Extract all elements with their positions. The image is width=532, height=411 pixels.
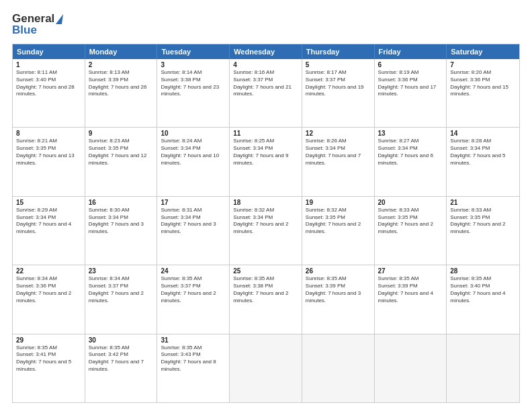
calendar-cell: 8Sunrise: 8:21 AM Sunset: 3:35 PM Daylig… [13,128,85,195]
cell-info: Sunrise: 8:11 AM Sunset: 3:40 PM Dayligh… [16,69,81,98]
cell-info: Sunrise: 8:30 AM Sunset: 3:34 PM Dayligh… [89,207,154,236]
day-number: 29 [16,336,81,344]
day-number: 3 [161,61,226,68]
cell-info: Sunrise: 8:35 AM Sunset: 3:39 PM Dayligh… [306,275,371,304]
header-day-friday: Friday [375,44,447,59]
cell-info: Sunrise: 8:33 AM Sunset: 3:35 PM Dayligh… [450,207,516,236]
calendar-cell: 17Sunrise: 8:31 AM Sunset: 3:34 PM Dayli… [157,197,230,265]
day-number: 13 [378,130,443,137]
day-number: 1 [16,61,81,68]
cell-info: Sunrise: 8:31 AM Sunset: 3:34 PM Dayligh… [161,207,226,236]
day-number: 16 [89,199,154,206]
day-number: 28 [450,267,516,275]
calendar-cell: 29Sunrise: 8:35 AM Sunset: 3:41 PM Dayli… [13,334,85,402]
cell-info: Sunrise: 8:21 AM Sunset: 3:35 PM Dayligh… [16,138,81,167]
calendar-header: SundayMondayTuesdayWednesdayThursdayFrid… [13,44,519,59]
day-number: 24 [161,267,226,275]
header-day-wednesday: Wednesday [230,44,302,59]
calendar-body: 1Sunrise: 8:11 AM Sunset: 3:40 PM Daylig… [13,59,519,402]
calendar-row: 22Sunrise: 8:34 AM Sunset: 3:36 PM Dayli… [13,265,519,333]
calendar-cell: 14Sunrise: 8:28 AM Sunset: 3:34 PM Dayli… [447,128,519,195]
calendar-cell: 27Sunrise: 8:35 AM Sunset: 3:39 PM Dayli… [375,265,447,333]
header-day-sunday: Sunday [13,44,85,59]
day-number: 21 [450,199,516,206]
header: General Blue [12,12,520,37]
calendar-cell: 5Sunrise: 8:17 AM Sunset: 3:37 PM Daylig… [302,59,375,127]
header-day-tuesday: Tuesday [157,44,230,59]
calendar-cell: 3Sunrise: 8:14 AM Sunset: 3:38 PM Daylig… [157,59,230,127]
cell-info: Sunrise: 8:35 AM Sunset: 3:42 PM Dayligh… [89,345,154,373]
logo: General Blue [12,12,62,37]
day-number: 5 [306,61,371,68]
cell-info: Sunrise: 8:29 AM Sunset: 3:34 PM Dayligh… [16,207,81,236]
calendar-cell: 12Sunrise: 8:26 AM Sunset: 3:34 PM Dayli… [302,128,375,195]
calendar-cell: 13Sunrise: 8:27 AM Sunset: 3:34 PM Dayli… [375,128,447,195]
calendar-cell: 28Sunrise: 8:35 AM Sunset: 3:40 PM Dayli… [447,265,519,333]
day-number: 31 [161,336,226,344]
calendar-cell [302,334,375,402]
day-number: 4 [233,61,298,68]
day-number: 26 [306,267,371,275]
calendar-cell: 18Sunrise: 8:32 AM Sunset: 3:34 PM Dayli… [230,197,302,265]
day-number: 10 [161,130,226,137]
calendar-cell [447,334,519,402]
cell-info: Sunrise: 8:32 AM Sunset: 3:34 PM Dayligh… [233,207,298,236]
calendar-row: 1Sunrise: 8:11 AM Sunset: 3:40 PM Daylig… [13,59,519,127]
cell-info: Sunrise: 8:35 AM Sunset: 3:41 PM Dayligh… [16,345,81,373]
calendar-cell: 26Sunrise: 8:35 AM Sunset: 3:39 PM Dayli… [302,265,375,333]
day-number: 18 [233,199,298,206]
day-number: 22 [16,267,81,275]
calendar-cell: 15Sunrise: 8:29 AM Sunset: 3:34 PM Dayli… [13,197,85,265]
calendar-cell: 10Sunrise: 8:24 AM Sunset: 3:34 PM Dayli… [157,128,230,195]
cell-info: Sunrise: 8:19 AM Sunset: 3:36 PM Dayligh… [378,69,443,98]
cell-info: Sunrise: 8:32 AM Sunset: 3:35 PM Dayligh… [306,207,371,236]
calendar-cell: 21Sunrise: 8:33 AM Sunset: 3:35 PM Dayli… [447,197,519,265]
day-number: 17 [161,199,226,206]
calendar-cell: 31Sunrise: 8:35 AM Sunset: 3:43 PM Dayli… [157,334,230,402]
calendar-cell: 7Sunrise: 8:20 AM Sunset: 3:36 PM Daylig… [447,59,519,127]
cell-info: Sunrise: 8:14 AM Sunset: 3:38 PM Dayligh… [161,69,226,98]
cell-info: Sunrise: 8:26 AM Sunset: 3:34 PM Dayligh… [306,138,371,167]
calendar-cell: 6Sunrise: 8:19 AM Sunset: 3:36 PM Daylig… [375,59,447,127]
calendar-cell: 22Sunrise: 8:34 AM Sunset: 3:36 PM Dayli… [13,265,85,333]
calendar-page: General Blue SundayMondayTuesdayWednesda… [0,0,532,411]
day-number: 27 [378,267,443,275]
cell-info: Sunrise: 8:34 AM Sunset: 3:37 PM Dayligh… [89,275,154,304]
day-number: 20 [378,199,443,206]
day-number: 25 [233,267,298,275]
cell-info: Sunrise: 8:16 AM Sunset: 3:37 PM Dayligh… [233,69,298,98]
day-number: 7 [450,61,516,68]
calendar-cell: 25Sunrise: 8:35 AM Sunset: 3:38 PM Dayli… [230,265,302,333]
cell-info: Sunrise: 8:17 AM Sunset: 3:37 PM Dayligh… [306,69,371,98]
calendar-cell: 16Sunrise: 8:30 AM Sunset: 3:34 PM Dayli… [85,197,158,265]
calendar: SundayMondayTuesdayWednesdayThursdayFrid… [12,44,520,403]
cell-info: Sunrise: 8:34 AM Sunset: 3:36 PM Dayligh… [16,275,81,304]
cell-info: Sunrise: 8:27 AM Sunset: 3:34 PM Dayligh… [378,138,443,167]
calendar-cell: 9Sunrise: 8:23 AM Sunset: 3:35 PM Daylig… [85,128,158,195]
day-number: 15 [16,199,81,206]
logo-arrow-icon [56,14,63,24]
day-number: 14 [450,130,516,137]
day-number: 30 [89,336,154,344]
cell-info: Sunrise: 8:35 AM Sunset: 3:37 PM Dayligh… [161,275,226,304]
day-number: 23 [89,267,154,275]
calendar-cell: 24Sunrise: 8:35 AM Sunset: 3:37 PM Dayli… [157,265,230,333]
cell-info: Sunrise: 8:20 AM Sunset: 3:36 PM Dayligh… [450,69,516,98]
calendar-cell: 4Sunrise: 8:16 AM Sunset: 3:37 PM Daylig… [230,59,302,127]
calendar-cell: 19Sunrise: 8:32 AM Sunset: 3:35 PM Dayli… [302,197,375,265]
day-number: 19 [306,199,371,206]
cell-info: Sunrise: 8:25 AM Sunset: 3:34 PM Dayligh… [233,138,298,167]
day-number: 11 [233,130,298,137]
header-day-monday: Monday [85,44,158,59]
calendar-cell [230,334,302,402]
calendar-cell: 11Sunrise: 8:25 AM Sunset: 3:34 PM Dayli… [230,128,302,195]
calendar-cell: 30Sunrise: 8:35 AM Sunset: 3:42 PM Dayli… [85,334,158,402]
calendar-cell: 23Sunrise: 8:34 AM Sunset: 3:37 PM Dayli… [85,265,158,333]
logo-blue: Blue [12,24,37,37]
cell-info: Sunrise: 8:13 AM Sunset: 3:39 PM Dayligh… [89,69,154,98]
calendar-row: 8Sunrise: 8:21 AM Sunset: 3:35 PM Daylig… [13,127,519,195]
cell-info: Sunrise: 8:35 AM Sunset: 3:38 PM Dayligh… [233,275,298,304]
day-number: 8 [16,130,81,137]
cell-info: Sunrise: 8:35 AM Sunset: 3:43 PM Dayligh… [161,345,226,373]
day-number: 12 [306,130,371,137]
